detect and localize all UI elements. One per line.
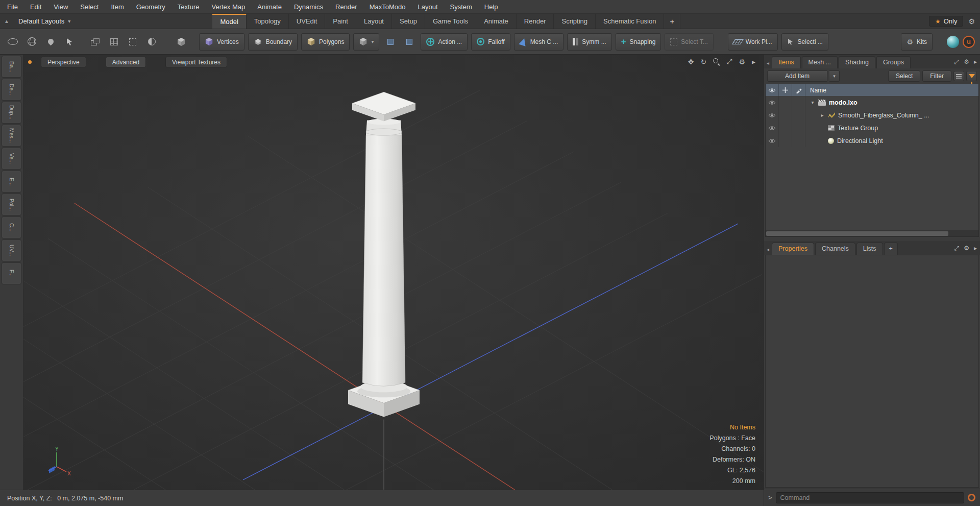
menu-item-maxtomodo[interactable]: MaxToModo bbox=[370, 3, 406, 11]
tab-topology[interactable]: Topology bbox=[247, 14, 289, 29]
menu-item-help[interactable]: Help bbox=[484, 3, 498, 11]
name-column-header[interactable]: Name bbox=[810, 87, 826, 94]
new-layout-tab-button[interactable]: + bbox=[664, 14, 680, 29]
toolbox-tab-polygon[interactable]: Pol... bbox=[2, 194, 21, 215]
menu-item-dynamics[interactable]: Dynamics bbox=[294, 3, 323, 11]
ellipse-tool-button[interactable] bbox=[5, 34, 20, 50]
menu-item-item[interactable]: Item bbox=[111, 3, 124, 11]
tab-layout[interactable]: Layout bbox=[356, 14, 392, 29]
add-item-button[interactable]: Add Item bbox=[767, 70, 827, 82]
panel-gear-icon[interactable]: ⚙ bbox=[964, 245, 969, 252]
panel-flyout-icon[interactable]: ▸ bbox=[974, 58, 977, 65]
action-center-button[interactable]: Action ... bbox=[421, 33, 468, 51]
menu-item-vertex-map[interactable]: Vertex Map bbox=[211, 3, 245, 11]
cursor-tool-button[interactable] bbox=[62, 34, 77, 50]
tab-lists[interactable]: Lists bbox=[856, 243, 883, 255]
tab-properties[interactable]: Properties bbox=[772, 243, 814, 255]
menu-item-render[interactable]: Render bbox=[335, 3, 357, 11]
tab-render[interactable]: Render bbox=[517, 14, 554, 29]
cube-mode-button[interactable] bbox=[174, 34, 189, 50]
snapping-button[interactable]: + Snapping bbox=[616, 33, 662, 51]
item-row-directional-light[interactable]: Directional Light bbox=[766, 134, 978, 147]
menu-item-view[interactable]: View bbox=[54, 3, 68, 11]
globe-tool-button[interactable] bbox=[24, 34, 39, 50]
toolbox-tab-edge[interactable]: E... bbox=[2, 171, 21, 192]
tab-scripting[interactable]: Scripting bbox=[554, 14, 596, 29]
default-layouts-dropdown[interactable]: Default Layouts ▾ bbox=[13, 14, 76, 29]
selection-sets-button[interactable]: Selecti ... bbox=[781, 33, 828, 51]
marquee-tool-button[interactable] bbox=[125, 34, 140, 50]
select-button[interactable]: Select bbox=[888, 70, 920, 82]
disclosure-open-icon[interactable]: ▾ bbox=[810, 100, 815, 105]
kits-button[interactable]: ⚙ Kits bbox=[901, 33, 933, 51]
only-toggle[interactable]: ★ Only bbox=[929, 16, 964, 27]
set-b-button[interactable] bbox=[402, 34, 417, 50]
item-mode-cube-button[interactable]: ▾ bbox=[353, 33, 379, 51]
menu-item-texture[interactable]: Texture bbox=[178, 3, 200, 11]
filter-button[interactable]: Filter bbox=[922, 70, 951, 82]
tab-schematic-fusion[interactable]: Schematic Fusion bbox=[596, 14, 664, 29]
work-plane-button[interactable]: Work Pl... bbox=[728, 33, 778, 51]
new-panel-tab-button[interactable]: + bbox=[884, 243, 898, 255]
tab-model[interactable]: Model bbox=[212, 14, 246, 29]
tab-animate[interactable]: Animate bbox=[476, 14, 517, 29]
perspective-view-button[interactable]: Perspective bbox=[41, 57, 86, 67]
chevron-left-icon[interactable]: ◂ bbox=[766, 60, 771, 68]
menu-item-system[interactable]: System bbox=[450, 3, 472, 11]
item-row-scene[interactable]: ▾ modo.lxo bbox=[766, 96, 978, 109]
toolbox-tab-vertex[interactable]: Ve... bbox=[2, 148, 21, 170]
menu-item-geometry[interactable]: Geometry bbox=[136, 3, 165, 11]
command-input[interactable] bbox=[776, 492, 964, 503]
viewport-textures-button[interactable]: Viewport Textures bbox=[165, 57, 227, 67]
falloff-button[interactable]: Falloff bbox=[471, 33, 510, 51]
pan-move-icon[interactable]: ✥ bbox=[688, 58, 694, 66]
polygons-button[interactable]: Polygons bbox=[301, 33, 350, 51]
maximize-icon[interactable]: ⤢ bbox=[726, 57, 732, 66]
drop-tool-button[interactable] bbox=[43, 34, 58, 50]
rotate-icon[interactable]: ↻ bbox=[700, 58, 706, 66]
symmetry-button[interactable]: Symm ... bbox=[567, 33, 611, 51]
menu-item-file[interactable]: File bbox=[7, 3, 18, 11]
toolbox-tab-mesh-edit[interactable]: Mes... bbox=[2, 125, 21, 147]
shading-mode-button[interactable]: Advanced bbox=[106, 57, 146, 67]
mesh-constraint-button[interactable]: Mesh C ... bbox=[514, 33, 564, 51]
filter-funnel-button[interactable] bbox=[966, 71, 977, 81]
viewport-gear-icon[interactable]: ⚙ bbox=[739, 58, 745, 66]
toolbox-tab-basic[interactable]: Ba... bbox=[2, 56, 21, 78]
tab-game-tools[interactable]: Game Tools bbox=[425, 14, 476, 29]
menu-item-select[interactable]: Select bbox=[80, 3, 99, 11]
tab-shading[interactable]: Shading bbox=[839, 56, 875, 68]
toolbox-tab-uv[interactable]: UV... bbox=[2, 239, 21, 261]
modo-badge-button[interactable]: u bbox=[963, 36, 975, 48]
copy-tool-button[interactable] bbox=[87, 34, 103, 50]
item-row-mesh[interactable]: ▸ Smooth_Fiberglass_Column_ ... bbox=[766, 109, 978, 122]
toolbox-tab-curve[interactable]: C... bbox=[2, 216, 21, 238]
visibility-toggle[interactable] bbox=[766, 96, 779, 109]
tab-mesh-ops[interactable]: Mesh ... bbox=[802, 56, 838, 68]
3d-viewport[interactable]: Perspective Advanced Viewport Textures ✥… bbox=[23, 55, 764, 490]
visibility-toggle[interactable] bbox=[766, 109, 779, 122]
toolbox-tab-duplicate[interactable]: Dup... bbox=[2, 102, 21, 124]
expand-panel-icon[interactable]: ⤢ bbox=[954, 245, 960, 252]
pin-layout-icon[interactable]: ▲ bbox=[0, 14, 13, 29]
tab-setup[interactable]: Setup bbox=[392, 14, 425, 29]
tab-uvedit[interactable]: UVEdit bbox=[289, 14, 325, 29]
menu-item-edit[interactable]: Edit bbox=[30, 3, 41, 11]
tab-groups[interactable]: Groups bbox=[876, 56, 911, 68]
preview-sphere-button[interactable] bbox=[947, 36, 959, 48]
panel-flyout-icon[interactable]: ▸ bbox=[974, 245, 977, 252]
viewport-flyout-icon[interactable]: ▸ bbox=[752, 58, 755, 66]
half-circle-tool-button[interactable] bbox=[144, 34, 159, 50]
scrollbar-thumb[interactable] bbox=[766, 231, 948, 236]
tab-items[interactable]: Items bbox=[772, 56, 801, 68]
toolbox-tab-deform[interactable]: De... bbox=[2, 79, 21, 101]
expand-panel-icon[interactable]: ⤢ bbox=[954, 58, 960, 65]
visibility-toggle[interactable] bbox=[766, 134, 779, 147]
toolbox-tab-fusion[interactable]: F... bbox=[2, 262, 21, 284]
tab-channels[interactable]: Channels bbox=[815, 243, 855, 255]
tree-horizontal-scrollbar[interactable] bbox=[766, 230, 978, 236]
add-item-dropdown[interactable]: ▾ bbox=[829, 70, 840, 82]
select-through-button[interactable]: Select T... bbox=[665, 33, 713, 51]
disclosure-closed-icon[interactable]: ▸ bbox=[820, 112, 825, 118]
vertices-button[interactable]: Vertices bbox=[199, 33, 244, 51]
